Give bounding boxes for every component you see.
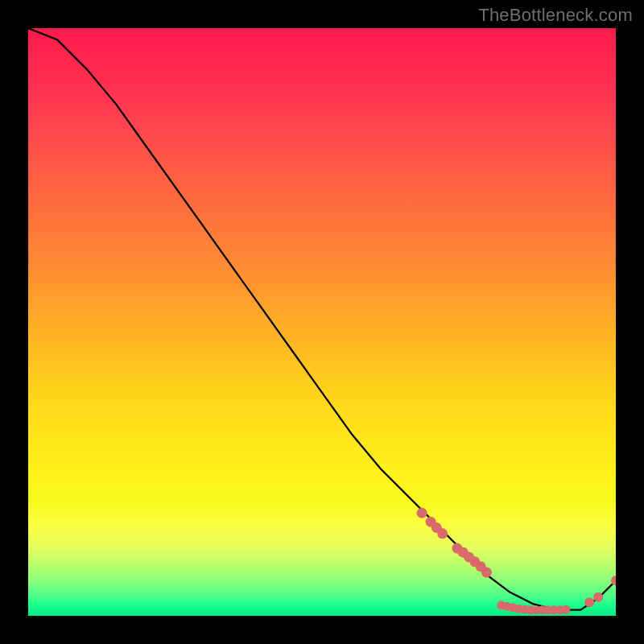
data-point: [561, 605, 570, 614]
data-point: [417, 508, 427, 518]
data-point: [481, 567, 492, 577]
data-point: [593, 592, 603, 602]
watermark-text: TheBottleneck.com: [478, 5, 633, 26]
data-point: [437, 528, 448, 539]
data-point: [584, 597, 594, 607]
chart-overlay: [28, 28, 616, 616]
plot-area: [28, 28, 616, 616]
bottleneck-curve: [28, 28, 616, 610]
chart-frame: TheBottleneck.com: [0, 0, 644, 644]
data-markers: [417, 508, 616, 614]
